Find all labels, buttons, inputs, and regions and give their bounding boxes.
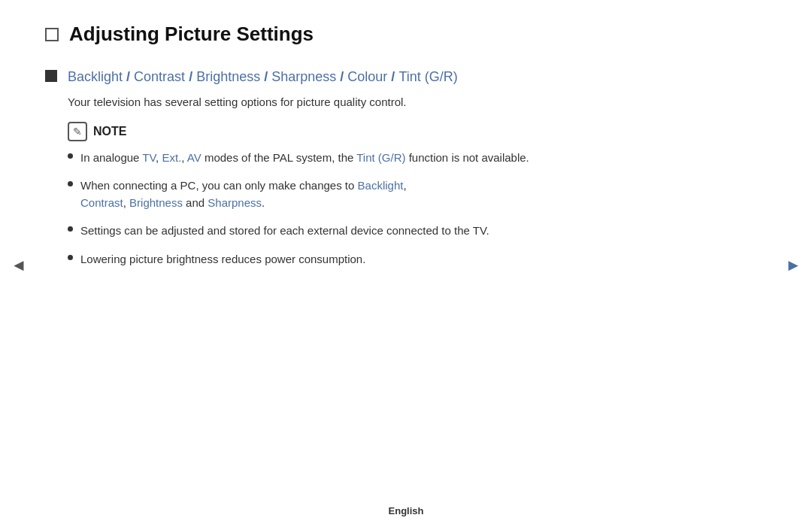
bullet-dot-icon	[68, 255, 73, 260]
link-tv[interactable]: TV	[142, 151, 156, 164]
heading-colour[interactable]: Colour	[347, 69, 387, 84]
bullet-4-text: Lowering picture brightness reduces powe…	[80, 250, 365, 268]
heading-backlight[interactable]: Backlight	[68, 69, 123, 84]
page-container: Adjusting Picture Settings Backlight / C…	[0, 0, 812, 530]
section-content: Backlight / Contrast / Brightness / Shar…	[68, 67, 752, 278]
section-heading: Backlight / Contrast / Brightness / Shar…	[68, 67, 752, 86]
bullet-dot-icon	[68, 153, 73, 159]
link-ext[interactable]: Ext.	[162, 151, 181, 164]
heading-sharpness[interactable]: Sharpness	[271, 69, 336, 84]
section-description: Your television has several setting opti…	[68, 94, 752, 111]
bullet-1-text: In analogue TV, Ext., AV modes of the PA…	[80, 149, 529, 166]
main-section: Backlight / Contrast / Brightness / Shar…	[45, 67, 752, 278]
link-brightness[interactable]: Brightness	[129, 196, 183, 209]
bullet-dot-icon	[68, 226, 73, 232]
heading-tint[interactable]: Tint (G/R)	[398, 69, 457, 84]
link-tint-gr[interactable]: Tint (G/R)	[356, 151, 405, 164]
bullet-dot-icon	[68, 181, 73, 186]
bullet-list: In analogue TV, Ext., AV modes of the PA…	[68, 149, 752, 268]
link-backlight[interactable]: Backlight	[358, 179, 404, 192]
link-sharpness[interactable]: Sharpness	[208, 196, 262, 209]
note-icon	[68, 122, 87, 141]
bullet-3-text: Settings can be adjusted and stored for …	[80, 222, 489, 239]
link-contrast[interactable]: Contrast	[80, 196, 123, 209]
page-title-row: Adjusting Picture Settings	[45, 23, 752, 46]
list-item: When connecting a PC, you can only make …	[68, 177, 752, 212]
heading-brightness[interactable]: Brightness	[196, 69, 260, 84]
section-bullet-icon	[45, 70, 57, 82]
note-box: NOTE In analogue TV, Ext., AV modes of t…	[68, 122, 752, 268]
list-item: In analogue TV, Ext., AV modes of the PA…	[68, 149, 752, 166]
page-title: Adjusting Picture Settings	[69, 23, 314, 46]
title-checkbox-icon	[45, 28, 59, 41]
link-av[interactable]: AV	[187, 151, 201, 164]
note-label: NOTE	[93, 125, 126, 138]
heading-contrast[interactable]: Contrast	[134, 69, 185, 84]
note-header: NOTE	[68, 122, 752, 141]
list-item: Lowering picture brightness reduces powe…	[68, 250, 752, 268]
footer-language: English	[389, 505, 424, 516]
bullet-2-text: When connecting a PC, you can only make …	[80, 177, 407, 212]
list-item: Settings can be adjusted and stored for …	[68, 222, 752, 239]
